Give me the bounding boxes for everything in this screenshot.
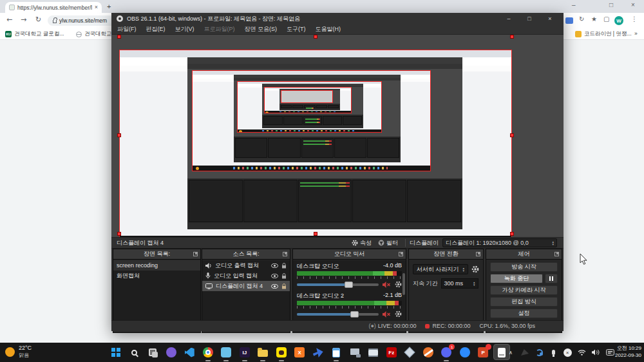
refresh-right-icon[interactable]: ↻ [579,15,584,23]
filters-button[interactable]: 필터 [375,238,401,248]
kakaotalk-taskbar-button[interactable] [272,343,291,362]
eye-icon[interactable] [271,263,278,268]
task-view-taskbar-button[interactable] [144,343,162,362]
channel-gear-icon[interactable] [395,281,402,288]
vscode-taskbar-button[interactable] [180,343,199,362]
bookmark-codelion[interactable]: 코드라이언 | 멋쟁... [575,30,632,38]
display-select[interactable]: 디스플레이 1: 1920x1080 @ 0,0 ▴▾ [442,238,557,247]
mute-speaker-icon[interactable] [383,311,391,318]
obs-tray-icon[interactable] [520,348,529,357]
microphone-tray-icon[interactable] [549,348,558,357]
discord-taskbar-button[interactable]: 1 [437,343,456,362]
mixer-header[interactable]: 오디오 믹서 [293,249,406,260]
tab-close-icon[interactable]: × [95,5,98,10]
scenes-header[interactable]: 장면 목록: [113,249,200,260]
weather-widget[interactable]: 22°C 맑음 [5,345,32,359]
ime-icon[interactable] [605,348,614,357]
start-taskbar-button[interactable] [107,343,126,362]
menu-scene-collection[interactable]: 장면 모음(S) [245,25,278,33]
powerpoint-taskbar-button[interactable]: P [474,343,493,362]
filezilla-taskbar-button[interactable]: Fz [383,343,401,362]
intellij-taskbar-button[interactable]: IJ [236,343,254,362]
menu-help[interactable]: 도움말(H) [316,25,341,33]
sidebar-icon[interactable]: ▢ [603,15,609,23]
volume-slider[interactable] [297,283,379,286]
obs-minimize-button[interactable]: – [500,15,517,22]
video-editor-taskbar-button[interactable] [364,343,383,362]
bookmark-ku[interactable]: KU 건국대학교 글로컬... [5,30,64,38]
mixer-scrollbar[interactable] [402,273,405,295]
browser-minimize-button[interactable]: – [572,1,576,8]
obs-maximize-button[interactable]: □ [521,15,538,22]
source-item[interactable]: 오디오 입력 캡쳐 [202,271,290,281]
controls-header[interactable]: 제어 [486,249,562,260]
studio-mode-button[interactable]: 편집 방식 [490,297,558,307]
orange-app-taskbar-button[interactable] [419,343,438,362]
forward-icon[interactable]: → [21,15,26,24]
scene-item[interactable]: 화면캡쳐 [113,271,200,281]
channel-gear-icon[interactable] [395,310,402,318]
refresh-icon[interactable]: ↻ [35,15,41,24]
search-taskbar-button[interactable] [126,343,144,362]
duration-input[interactable]: 300 ms ▴▾ [441,278,478,289]
volume-icon[interactable] [591,348,600,357]
back-icon[interactable]: ← [6,15,12,24]
source-item-selected[interactable]: 디스플레이 캡쳐 4 [202,281,290,291]
sync-icon[interactable] [535,348,544,357]
wifi-icon[interactable] [577,348,586,357]
browser-menu-icon[interactable]: ⋮ [631,15,638,23]
lock-icon[interactable] [281,273,287,279]
blue-arrow-app-taskbar-button[interactable] [309,343,328,362]
lock-icon[interactable] [281,283,287,289]
blue-app-taskbar-button[interactable] [217,343,236,362]
panel-popout-icon [283,252,287,256]
new-tab-button[interactable]: + [107,3,111,10]
blue-arrow-app-icon [312,347,324,358]
settings-button[interactable]: 설정 [490,309,558,318]
eye-icon[interactable] [271,274,278,278]
bookmarks-overflow-icon[interactable]: » [634,30,638,37]
obs-close-button[interactable]: × [542,15,558,22]
start-streaming-button[interactable]: 방송 시작 [490,262,558,272]
browser-maximize-button[interactable]: □ [609,1,613,8]
menu-profile[interactable]: 프로파일(P) [204,25,235,33]
system-tray: ∧ × [506,343,614,362]
menu-tools[interactable]: 도구(T) [287,25,306,33]
camera-app-taskbar-button[interactable] [162,343,181,362]
taskbar-clock[interactable]: 오전 10:29 2022-09-30 [615,345,641,359]
transition-select[interactable]: 서서히 사라지기 ▴▾ [413,264,468,274]
mute-speaker-icon[interactable] [383,281,391,288]
stop-recording-button[interactable]: 녹화 중단 [490,274,543,283]
profile-avatar[interactable]: W [614,16,623,25]
transition-gear-icon[interactable] [471,265,479,273]
browser-tab[interactable]: https://ylw.nunus.site/member/l × [5,2,102,13]
sources-header[interactable]: 소스 목록: [202,249,290,260]
file-explorer-taskbar-button[interactable] [254,343,272,362]
extension-blue-icon[interactable] [565,17,573,24]
extensions-icon[interactable]: ★ [591,15,597,23]
menu-edit[interactable]: 편집(E) [146,25,166,33]
obs-preview-canvas[interactable] [111,35,564,237]
lock-icon[interactable] [281,263,287,269]
tray-expand-icon[interactable]: ∧ [506,348,515,357]
volume-slider[interactable] [297,313,379,316]
display-capture-source[interactable] [119,50,512,237]
properties-button[interactable]: 속성 [348,238,375,248]
eye-icon[interactable] [271,284,278,289]
xampp-taskbar-button[interactable]: X [290,343,309,362]
pause-recording-button[interactable] [545,274,558,283]
scene-item[interactable]: screen recoding [113,260,200,271]
transitions-header[interactable]: 장면 전환 [409,249,483,260]
menu-file[interactable]: 파일(F) [117,25,137,33]
chrome-taskbar-button[interactable] [199,343,218,362]
teams-icon[interactable]: × [563,348,572,357]
obs-titlebar[interactable]: OBS 26.1.1 (64-bit, windows) - 프로파일: 제목없… [111,13,564,24]
browser-close-button[interactable]: × [631,1,635,8]
notepad-app-taskbar-button[interactable] [327,343,346,362]
menu-view[interactable]: 보기(V) [175,25,194,33]
source-item[interactable]: 오디오 출력 캡쳐 [202,260,290,271]
zoom-taskbar-button[interactable] [456,343,475,362]
start-virtual-camera-button[interactable]: 가상 카메라 시작 [490,285,558,295]
virtualbox-taskbar-button[interactable] [401,343,419,362]
remote-desktop-taskbar-button[interactable] [346,343,365,362]
